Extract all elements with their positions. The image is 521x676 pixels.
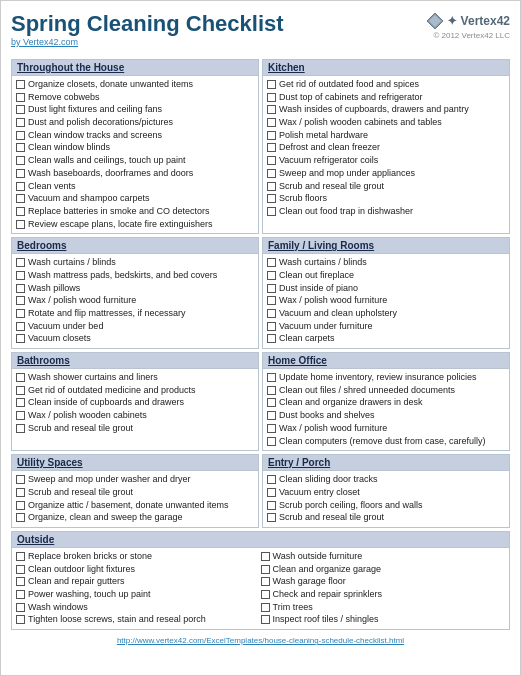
checkbox[interactable] xyxy=(16,322,25,331)
checkbox[interactable] xyxy=(267,411,276,420)
check-label: Wash shower curtains and liners xyxy=(28,372,158,384)
checkbox[interactable] xyxy=(267,80,276,89)
check-label: Vacuum refrigerator coils xyxy=(279,155,378,167)
checkbox[interactable] xyxy=(267,398,276,407)
check-label: Clean and organize drawers in desk xyxy=(279,397,423,409)
checkbox[interactable] xyxy=(16,207,25,216)
checkbox[interactable] xyxy=(261,552,270,561)
checkbox[interactable] xyxy=(267,207,276,216)
checkbox[interactable] xyxy=(16,284,25,293)
checkbox[interactable] xyxy=(267,93,276,102)
checkbox[interactable] xyxy=(267,437,276,446)
checkbox[interactable] xyxy=(16,93,25,102)
checkbox[interactable] xyxy=(16,373,25,382)
check-label: Clean outdoor light fixtures xyxy=(28,564,135,576)
checkbox[interactable] xyxy=(261,590,270,599)
checkbox[interactable] xyxy=(267,513,276,522)
checkbox[interactable] xyxy=(16,220,25,229)
checkbox[interactable] xyxy=(16,309,25,318)
checkbox[interactable] xyxy=(261,615,270,624)
checkbox[interactable] xyxy=(16,488,25,497)
checkbox[interactable] xyxy=(16,411,25,420)
checkbox[interactable] xyxy=(267,296,276,305)
check-item: Vacuum under furniture xyxy=(267,321,505,333)
check-label: Wax / polish wood furniture xyxy=(28,295,136,307)
checkbox[interactable] xyxy=(16,118,25,127)
checkbox[interactable] xyxy=(267,309,276,318)
checkbox[interactable] xyxy=(261,603,270,612)
check-item: Vacuum closets xyxy=(16,333,254,345)
check-item: Organize, clean and sweep the garage xyxy=(16,512,254,524)
checkbox[interactable] xyxy=(16,80,25,89)
checkbox[interactable] xyxy=(16,386,25,395)
section-utility: Utility SpacesSweep and mop under washer… xyxy=(11,454,259,528)
check-label: Polish metal hardware xyxy=(279,130,368,142)
checkbox[interactable] xyxy=(16,565,25,574)
checkbox[interactable] xyxy=(16,105,25,114)
checkbox[interactable] xyxy=(267,322,276,331)
checkbox[interactable] xyxy=(267,182,276,191)
check-label: Scrub floors xyxy=(279,193,327,205)
checkbox[interactable] xyxy=(267,284,276,293)
checkbox[interactable] xyxy=(16,577,25,586)
checkbox[interactable] xyxy=(16,271,25,280)
checkbox[interactable] xyxy=(267,258,276,267)
checkbox[interactable] xyxy=(16,131,25,140)
checkbox[interactable] xyxy=(16,513,25,522)
check-label: Scrub and reseal tile grout xyxy=(28,487,133,499)
checkbox[interactable] xyxy=(16,552,25,561)
checkbox[interactable] xyxy=(16,424,25,433)
checkbox[interactable] xyxy=(267,334,276,343)
check-label: Wash curtains / blinds xyxy=(279,257,367,269)
checkbox[interactable] xyxy=(16,156,25,165)
check-item: Clean out fireplace xyxy=(267,270,505,282)
checkbox[interactable] xyxy=(267,131,276,140)
checkbox[interactable] xyxy=(267,143,276,152)
check-item: Rotate and flip mattresses, if necessary xyxy=(16,308,254,320)
checkbox[interactable] xyxy=(16,143,25,152)
check-item: Clean computers (remove dust from case, … xyxy=(267,436,505,448)
checkbox[interactable] xyxy=(16,590,25,599)
section-body-outside: Replace broken bricks or stoneClean outd… xyxy=(12,548,509,629)
checkbox[interactable] xyxy=(16,194,25,203)
checkbox[interactable] xyxy=(267,169,276,178)
checkbox[interactable] xyxy=(16,615,25,624)
section-throughout: Throughout the HouseOrganize closets, do… xyxy=(11,59,259,234)
checkbox[interactable] xyxy=(267,475,276,484)
main-grid: Throughout the HouseOrganize closets, do… xyxy=(11,59,510,630)
checkbox[interactable] xyxy=(261,565,270,574)
checkbox[interactable] xyxy=(16,334,25,343)
section-body-entry: Clean sliding door tracksVacuum entry cl… xyxy=(263,471,509,527)
check-label: Scrub and reseal tile grout xyxy=(28,423,133,435)
checkbox[interactable] xyxy=(16,398,25,407)
subtitle: by Vertex42.com xyxy=(11,37,284,47)
checkbox[interactable] xyxy=(267,194,276,203)
checkbox[interactable] xyxy=(16,603,25,612)
footer[interactable]: http://www.vertex42.com/ExcelTemplates/h… xyxy=(11,636,510,645)
checkbox[interactable] xyxy=(16,501,25,510)
checkbox[interactable] xyxy=(267,156,276,165)
header-left: Spring Cleaning Checklist by Vertex42.co… xyxy=(11,11,284,47)
checkbox[interactable] xyxy=(267,488,276,497)
section-header-utility: Utility Spaces xyxy=(12,455,258,471)
checkbox[interactable] xyxy=(267,271,276,280)
checkbox[interactable] xyxy=(267,105,276,114)
checkbox[interactable] xyxy=(267,118,276,127)
checkbox[interactable] xyxy=(16,169,25,178)
check-label: Dust top of cabinets and refrigerator xyxy=(279,92,423,104)
checkbox[interactable] xyxy=(16,296,25,305)
checkbox[interactable] xyxy=(267,424,276,433)
check-label: Wash curtains / blinds xyxy=(28,257,116,269)
check-item: Organize attic / basement, donate unwant… xyxy=(16,500,254,512)
check-item: Scrub and reseal tile grout xyxy=(267,512,505,524)
checkbox[interactable] xyxy=(267,386,276,395)
footer-link[interactable]: http://www.vertex42.com/ExcelTemplates/h… xyxy=(117,636,404,645)
checkbox[interactable] xyxy=(267,501,276,510)
checkbox[interactable] xyxy=(16,475,25,484)
checkbox[interactable] xyxy=(261,577,270,586)
check-item: Wash curtains / blinds xyxy=(16,257,254,269)
checkbox[interactable] xyxy=(16,182,25,191)
check-label: Wax / polish wooden cabinets xyxy=(28,410,147,422)
checkbox[interactable] xyxy=(16,258,25,267)
checkbox[interactable] xyxy=(267,373,276,382)
